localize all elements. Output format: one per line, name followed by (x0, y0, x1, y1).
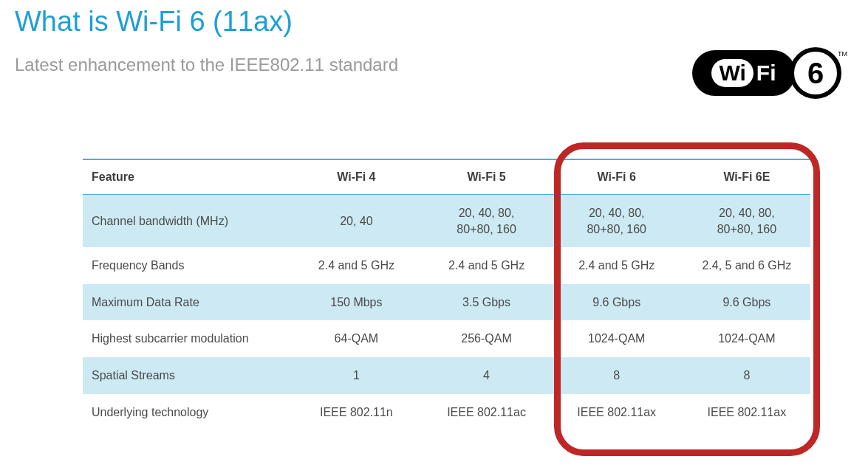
page-subtitle: Latest enhancement to the IEEE802.11 sta… (15, 55, 398, 75)
value-cell: IEEE 802.11ac (420, 394, 550, 431)
value-cell: 9.6 Gbps (680, 284, 810, 321)
value-cell: IEEE 802.11n (290, 394, 420, 431)
table-row: Spatial Streams1488 (83, 357, 810, 394)
feature-cell: Maximum Data Rate (83, 284, 290, 321)
value-cell: 2.4, 5 and 6 GHz (680, 247, 810, 284)
value-cell: 2.4 and 5 GHz (290, 247, 420, 284)
feature-cell: Spatial Streams (83, 357, 290, 394)
comparison-table-wrap: Feature Wi-Fi 4 Wi-Fi 5 Wi-Fi 6 Wi-Fi 6E… (83, 159, 810, 430)
table-row: Underlying technologyIEEE 802.11nIEEE 80… (83, 394, 810, 431)
feature-cell: Channel bandwidth (MHz) (83, 195, 290, 248)
value-cell: 1 (290, 357, 420, 394)
feature-cell: Highest subcarrier modulation (83, 320, 290, 357)
value-cell: 3.5 Gbps (420, 284, 550, 321)
logo-fi-text: Fi (756, 61, 776, 86)
value-cell: 8 (550, 357, 680, 394)
table-row: Highest subcarrier modulation64-QAM256-Q… (83, 320, 810, 357)
col-header-feature: Feature (83, 159, 290, 195)
table-row: Channel bandwidth (MHz)20, 4020, 40, 80,… (83, 195, 810, 248)
page-title: What is Wi-Fi 6 (11ax) (15, 6, 293, 38)
value-cell: 4 (420, 357, 550, 394)
table-header-row: Feature Wi-Fi 4 Wi-Fi 5 Wi-Fi 6 Wi-Fi 6E (83, 159, 810, 195)
logo-trademark: TM (838, 50, 847, 58)
value-cell: 1024-QAM (680, 320, 810, 357)
value-cell: 9.6 Gbps (550, 284, 680, 321)
logo-number-circle: 6 (790, 47, 841, 99)
col-header-wifi4: Wi-Fi 4 (290, 159, 420, 195)
table-row: Maximum Data Rate150 Mbps3.5 Gbps9.6 Gbp… (83, 284, 810, 321)
value-cell: 256-QAM (420, 320, 550, 357)
value-cell: IEEE 802.11ax (680, 394, 810, 431)
value-cell: 8 (680, 357, 810, 394)
logo-wi-text: Wi (711, 59, 753, 87)
value-cell: 20, 40 (290, 195, 420, 248)
table-body: Channel bandwidth (MHz)20, 4020, 40, 80,… (83, 195, 810, 431)
wifi6-logo: WiFi 6 TM (692, 50, 846, 96)
feature-cell: Frequency Bands (83, 247, 290, 284)
col-header-wifi5: Wi-Fi 5 (420, 159, 550, 195)
value-cell: 20, 40, 80,80+80, 160 (680, 195, 810, 248)
feature-cell: Underlying technology (83, 394, 290, 431)
col-header-wifi6e: Wi-Fi 6E (680, 159, 810, 195)
value-cell: 2.4 and 5 GHz (420, 247, 550, 284)
col-header-wifi6: Wi-Fi 6 (550, 159, 680, 195)
value-cell: 1024-QAM (550, 320, 680, 357)
wifi-pill: WiFi (692, 50, 796, 96)
value-cell: 150 Mbps (290, 284, 420, 321)
value-cell: 20, 40, 80,80+80, 160 (420, 195, 550, 248)
value-cell: IEEE 802.11ax (550, 394, 680, 431)
comparison-table: Feature Wi-Fi 4 Wi-Fi 5 Wi-Fi 6 Wi-Fi 6E… (83, 159, 810, 430)
value-cell: 64-QAM (290, 320, 420, 357)
value-cell: 2.4 and 5 GHz (550, 247, 680, 284)
table-row: Frequency Bands2.4 and 5 GHz2.4 and 5 GH… (83, 247, 810, 284)
value-cell: 20, 40, 80,80+80, 160 (550, 195, 680, 248)
